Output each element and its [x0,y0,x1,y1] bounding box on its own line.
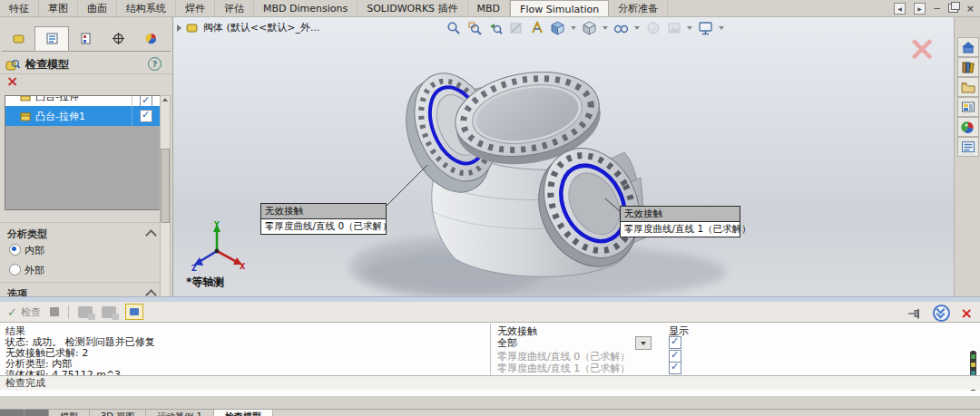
home-icon[interactable] [957,37,979,57]
dimxpertmanager-tab[interactable] [102,26,134,51]
show-callouts-icon[interactable] [125,304,143,320]
invalid-contact-callout-0[interactable]: 无效接触 零厚度曲线/直线 0（已求解） [260,203,387,235]
pm-cancel-button[interactable]: × [6,75,18,88]
stop-button [50,307,59,316]
solidworks-window: 特征 草图 曲面 结构系统 焊件 评估 MBD Dimensions SOLID… [0,0,980,416]
previous-window-icon[interactable]: ◀ [894,3,906,15]
tree-item-label: 凸台-拉伸1 [35,110,85,123]
scrollbar-thumb[interactable] [161,149,170,223]
orientation-triad: Y X Z [190,218,246,271]
callout-body: 零厚度曲线/直线 0（已求解） [261,219,386,234]
splitter-button[interactable] [0,410,24,416]
tree-item-checkbox[interactable] [140,110,152,122]
invalid-contact-callout-1[interactable]: 无效接触 零厚度曲线/直线 1（已求解） [620,206,740,237]
tab-mbd[interactable]: MBD [468,0,511,16]
restore-button[interactable] [948,4,958,13]
pin-icon[interactable] [907,307,922,320]
tree-row[interactable]: 凸台-拉伸 [5,96,160,106]
contact-row-label[interactable]: 零厚度曲线/直线 1（已求解） [497,362,630,375]
tab-structure-system[interactable]: 结构系统 [117,0,176,16]
featuremanager-tab[interactable] [2,26,34,51]
show-fluid-volume-icon [78,306,93,318]
tab-motion-study[interactable]: 运动算例 1 [146,410,214,416]
minimize-button[interactable]: ─ [934,4,940,14]
tree-item-label: 凸台-拉伸 [35,95,79,103]
internal-radio[interactable] [9,244,21,256]
task-pane-bar [954,17,980,296]
tab-surfaces[interactable]: 曲面 [78,0,117,16]
displaymanager-tab[interactable] [134,26,167,51]
pane-divider [490,324,491,375]
check-label: 检查 [21,305,41,319]
analysis-type-header[interactable]: 分析类型 [7,227,47,241]
tab-mbd-dimensions[interactable]: MBD Dimensions [254,0,358,16]
results-content: 结果 状态: 成功。 检测到问题并已修复 无效接触已求解: 2 分析类型: 内部… [0,324,980,375]
section-divider [0,282,162,283]
viewport-cancel-icon[interactable]: × [907,34,936,63]
view-palette-icon[interactable] [957,97,979,117]
tab-evaluate[interactable]: 评估 [215,0,254,16]
document-tabs: 模型 3D 视图 运动算例 1 检查模型 [0,409,980,416]
show-all-checkbox[interactable] [669,336,681,349]
tree-row-selected[interactable]: 凸台-拉伸1 [5,106,160,126]
tab-features[interactable]: 特征 [0,0,39,16]
tree-checkbox-cell [132,96,160,106]
boss-extrude-icon [20,111,32,122]
next-window-icon[interactable]: ▶ [914,3,926,15]
close-panel-button[interactable]: × [961,307,973,320]
graphics-area[interactable]: 阀体 (默认<<默认>_外... [173,17,955,296]
contacts-filter-dropdown[interactable] [635,336,652,350]
appearances-icon[interactable] [957,117,979,137]
command-tabs-bar: 特征 草图 曲面 结构系统 焊件 评估 MBD Dimensions SOLID… [0,0,980,17]
svg-text:X: X [240,263,246,271]
help-icon[interactable]: ? [148,57,162,71]
tab-weldments[interactable]: 焊件 [176,0,215,16]
collapse-panel-icon[interactable] [933,305,950,322]
check-model-icon [5,58,20,73]
panel-divider [0,73,172,74]
section-divider [0,222,162,223]
boss-extrude-icon [20,95,32,102]
file-explorer-icon[interactable] [957,77,979,97]
collapse-chevron-icon[interactable] [145,229,157,241]
splitter-button[interactable] [24,410,49,416]
show-solid-volume-icon [102,306,116,318]
configurationmanager-tab[interactable] [69,26,102,51]
callout-leader-line [385,165,427,208]
contacts-filter-value[interactable]: 全部 [497,336,517,350]
internal-label[interactable]: 内部 [24,244,44,257]
design-library-icon[interactable] [957,57,979,77]
valve-body-model[interactable] [173,17,955,296]
scroll-up-icon[interactable] [162,98,168,102]
propertymanager-tab[interactable] [34,26,69,51]
svg-text:Y: Y [213,221,220,229]
window-controls: ◀ ▶ ─ × [894,2,975,15]
callout-body: 零厚度曲线/直线 1（已求解） [621,222,740,237]
tree-checkbox-cell [132,106,160,126]
pm-title: 检查模型 [25,57,69,73]
check-model-results-panel: ✓ 检查 × 结果 状态: 成功。 检测到问题并已修复 无效接触已求解: 2 分… [0,302,980,396]
results-toolbar: ✓ 检查 × [0,302,980,323]
contact-row-checkbox[interactable] [669,362,681,374]
toolbar-separator [68,305,69,319]
status-text: 检查完成 [5,376,45,390]
check-button[interactable]: ✓ 检查 [7,305,41,319]
external-radio[interactable] [9,264,21,276]
manager-tab-strip [2,26,171,52]
tab-solidworks-addins[interactable]: SOLIDWORKS 插件 [358,0,467,16]
close-window-button[interactable]: × [966,4,975,14]
check-icon: ✓ [7,305,17,319]
property-manager-panel: 检查模型 ? × 凸台-拉伸 凸台-拉伸1 [0,17,173,296]
tab-model[interactable]: 模型 [49,410,90,416]
external-label[interactable]: 外部 [24,264,44,277]
view-orientation-label: *等轴测 [186,275,224,290]
tab-3d-views[interactable]: 3D 视图 [90,410,146,416]
tab-analysis-preparation[interactable]: 分析准备 [609,0,668,16]
tab-check-model[interactable]: 检查模型 [214,410,273,416]
pm-scrollbar[interactable] [160,95,171,311]
tab-sketch[interactable]: 草图 [39,0,78,16]
custom-properties-icon[interactable] [957,137,979,157]
panel-status-bar: 检查完成 [0,375,980,390]
tab-flow-simulation[interactable]: Flow Simulation [510,0,609,16]
svg-text:Z: Z [191,265,197,271]
